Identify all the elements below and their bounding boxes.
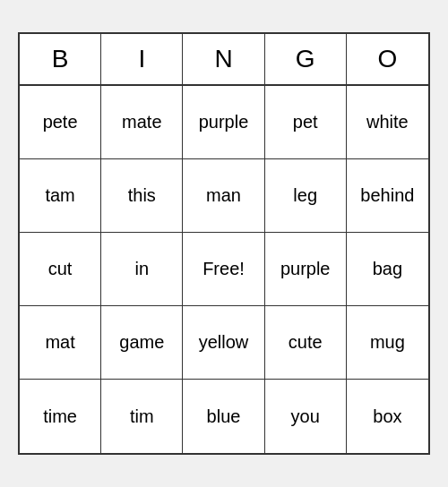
bingo-cell-r2-c2: Free! — [183, 233, 264, 306]
header-letter-o: O — [347, 34, 428, 84]
header-letter-b: B — [20, 34, 101, 84]
bingo-cell-r3-c4: mug — [347, 306, 428, 380]
bingo-card: BINGO petematepurplepetwhitetamthismanle… — [18, 32, 430, 455]
bingo-cell-r2-c3: purple — [265, 233, 347, 306]
bingo-cell-r3-c3: cute — [265, 306, 347, 380]
header-letter-n: N — [183, 34, 264, 84]
bingo-header: BINGO — [20, 34, 428, 86]
bingo-cell-r0-c0: pete — [20, 86, 101, 159]
bingo-cell-r4-c4: box — [347, 380, 428, 453]
bingo-cell-r0-c4: white — [347, 86, 428, 159]
bingo-cell-r4-c3: you — [265, 380, 347, 453]
bingo-cell-r1-c1: this — [101, 159, 183, 233]
bingo-grid: petematepurplepetwhitetamthismanlegbehin… — [20, 86, 428, 453]
bingo-cell-r3-c0: mat — [20, 306, 101, 380]
header-letter-i: I — [101, 34, 183, 84]
bingo-cell-r3-c2: yellow — [183, 306, 264, 380]
bingo-cell-r1-c4: behind — [347, 159, 428, 233]
bingo-cell-r3-c1: game — [101, 306, 183, 380]
bingo-cell-r4-c2: blue — [183, 380, 264, 453]
bingo-cell-r0-c3: pet — [265, 86, 347, 159]
bingo-cell-r1-c0: tam — [20, 159, 101, 233]
bingo-cell-r0-c1: mate — [101, 86, 183, 159]
bingo-cell-r2-c0: cut — [20, 233, 101, 306]
bingo-cell-r1-c2: man — [183, 159, 264, 233]
bingo-cell-r2-c1: in — [101, 233, 183, 306]
header-letter-g: G — [265, 34, 347, 84]
bingo-cell-r0-c2: purple — [183, 86, 264, 159]
bingo-cell-r4-c1: tim — [101, 380, 183, 453]
bingo-cell-r1-c3: leg — [265, 159, 347, 233]
bingo-cell-r4-c0: time — [20, 380, 101, 453]
bingo-cell-r2-c4: bag — [347, 233, 428, 306]
